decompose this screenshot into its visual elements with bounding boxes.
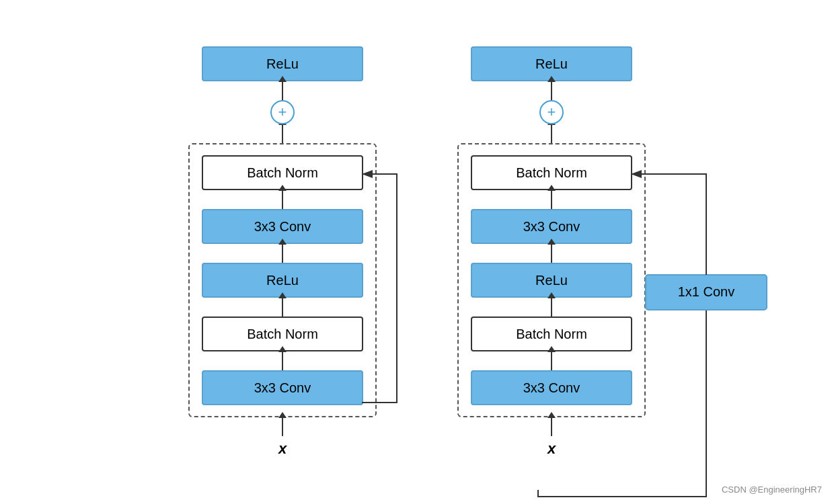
left-arrow-conv-top — [282, 244, 283, 263]
svg-rect-3 — [646, 275, 767, 310]
left-network-block: ReLu + Batch Norm 3x3 Conv ReLu Batch No… — [188, 46, 377, 458]
left-plus-circle: + — [270, 100, 295, 124]
right-arrow-conv-top — [551, 244, 552, 263]
right-arrow-relu-top — [551, 81, 552, 100]
right-conv-bot: 3x3 Conv — [471, 370, 632, 405]
diagram-container: ReLu + Batch Norm 3x3 Conv ReLu Batch No… — [0, 0, 834, 504]
right-dashed-box: Batch Norm 3x3 Conv ReLu Batch Norm 3x3 … — [457, 143, 646, 417]
left-arrow-relu-mid — [282, 298, 283, 317]
right-input-label: x — [547, 440, 556, 458]
left-arrow-plus — [282, 124, 283, 143]
svg-text:1x1 Conv: 1x1 Conv — [678, 284, 735, 299]
left-arrow-input — [282, 417, 283, 436]
left-input-label: x — [278, 440, 287, 458]
right-arrow-plus — [551, 124, 552, 143]
right-arrow-bn-top — [551, 190, 552, 209]
right-arrow-bn-bot — [551, 351, 552, 370]
right-arrow-input — [551, 417, 552, 436]
left-dashed-box: Batch Norm 3x3 Conv ReLu Batch Norm 3x3 … — [188, 143, 377, 417]
left-arrow-relu-top — [282, 81, 283, 100]
right-network-block: ReLu + Batch Norm 3x3 Conv ReLu Batch No… — [457, 46, 646, 458]
left-arrow-bn-bot — [282, 351, 283, 370]
right-arrow-relu-mid — [551, 298, 552, 317]
watermark: CSDN @EngineeringHR7 — [722, 485, 822, 495]
right-plus-circle: + — [539, 100, 564, 124]
left-conv-bot: 3x3 Conv — [202, 370, 363, 405]
left-arrow-bn-top — [282, 190, 283, 209]
